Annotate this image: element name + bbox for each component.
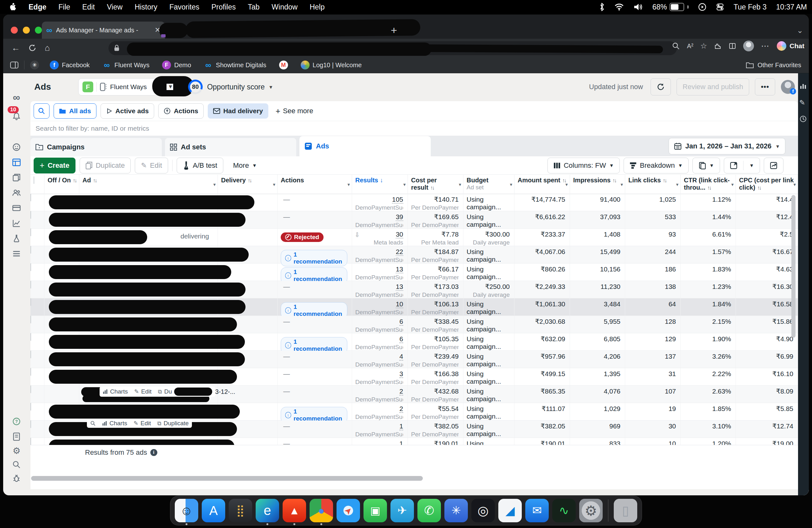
column-menu-caret[interactable]: ▾ xyxy=(676,182,679,187)
dock-icon-telegram[interactable]: ✈ xyxy=(390,499,414,522)
dock-icon-mail[interactable]: ✉ xyxy=(525,499,549,522)
column-header-cpc-cost-per-link-click[interactable]: CPC (cost per link click)↑↓▾ xyxy=(736,175,798,194)
bookmark-showtime-digitals[interactable]: ∞Showtime Digitals xyxy=(204,61,266,70)
row-checkbox[interactable] xyxy=(30,298,31,306)
search-filter-button[interactable] xyxy=(34,103,49,119)
column-menu-caret[interactable]: ▾ xyxy=(403,182,406,187)
sidebar-item-bug-icon[interactable] xyxy=(11,473,22,484)
off-on-toggle-cell[interactable] xyxy=(44,386,79,403)
column-menu-caret[interactable]: ▾ xyxy=(459,182,461,187)
opportunity-score-label[interactable]: Opportunity score xyxy=(207,83,265,91)
ad-name-cell[interactable] xyxy=(79,264,218,281)
column-header-link-clicks[interactable]: Link clicks↑↓▾ xyxy=(625,175,681,194)
ad-name-cell[interactable] xyxy=(79,316,218,333)
row-checkbox[interactable] xyxy=(30,194,31,201)
column-menu-caret[interactable]: ▾ xyxy=(731,182,734,187)
columns-button[interactable]: Columns: FW▼ xyxy=(548,158,620,174)
table-row[interactable]: ↑1 recommendation22DemoPaymentSuccess₹18… xyxy=(30,246,798,264)
other-favorites[interactable]: Other Favorites xyxy=(746,61,809,69)
sidebar-item-audiences-people-icon[interactable] xyxy=(11,187,22,199)
tab-ad-sets[interactable]: Ad sets xyxy=(165,138,296,156)
duplicate-button[interactable]: Duplicate xyxy=(79,158,131,174)
dock-icon-launchpad[interactable]: ⣿ xyxy=(229,499,252,522)
menubar-app-name[interactable]: Edge xyxy=(29,3,46,11)
select-all-checkbox[interactable] xyxy=(30,175,44,194)
bluetooth-icon[interactable] xyxy=(599,3,605,11)
column-header-impressions[interactable]: Impressions↑↓▾ xyxy=(570,175,625,194)
filter-chip-active-ads[interactable]: Active ads xyxy=(101,103,154,119)
see-more-filters-button[interactable]: + See more xyxy=(276,106,314,116)
sidebar-item-events-flask-icon[interactable] xyxy=(11,233,22,244)
hover-menu-item-edit[interactable]: ✎Edit xyxy=(134,388,151,395)
sort-icon[interactable]: ↑↓ xyxy=(663,178,666,184)
menubar-item-history[interactable]: History xyxy=(134,3,157,11)
menubar-item-help[interactable]: Help xyxy=(309,3,324,11)
ad-name-cell[interactable] xyxy=(79,438,218,445)
opportunity-score-gauge[interactable]: 80 xyxy=(188,79,203,94)
ad-name-cell[interactable] xyxy=(79,211,218,228)
table-row[interactable]: —4DemoPaymentSuccess₹239.49Per DemoPayme… xyxy=(30,351,798,368)
user-avatar[interactable]: f xyxy=(781,80,795,94)
insights-bars-icon[interactable] xyxy=(799,82,808,90)
sort-icon[interactable]: ↑↓ xyxy=(248,178,251,184)
menubar-item-profiles[interactable]: Profiles xyxy=(212,3,236,11)
dock-icon-tools[interactable]: ✳ xyxy=(444,499,468,522)
sidebar-item-support-smiley-icon[interactable] xyxy=(11,142,22,153)
menubar-item-file[interactable]: File xyxy=(58,3,70,11)
chevron-down-icon[interactable]: ▼ xyxy=(269,84,273,90)
dock-icon-activity[interactable]: ∿ xyxy=(552,499,576,522)
bookmark-gmail[interactable]: M xyxy=(279,61,288,70)
hover-menu-item-edit[interactable]: ✎Edit xyxy=(133,420,151,427)
hover-menu-item-charts[interactable]: Charts xyxy=(102,420,127,427)
sort-icon[interactable]: ↑↓ xyxy=(612,178,616,184)
edit-button[interactable]: ✎Edit xyxy=(135,158,168,174)
table-row[interactable]: ve↑1 recommendation13DemoPaymentSuccess₹… xyxy=(30,264,798,281)
favorite-star-icon[interactable]: ☆ xyxy=(700,42,707,50)
reports-button[interactable]: ▼ xyxy=(693,158,720,174)
row-checkbox[interactable] xyxy=(30,350,31,358)
close-window-button[interactable] xyxy=(11,27,18,34)
sort-icon[interactable]: ↑↓ xyxy=(707,185,711,191)
row-checkbox[interactable] xyxy=(30,211,31,219)
horizontal-scrollbar[interactable] xyxy=(31,476,423,481)
sidebar-item-search-icon[interactable] xyxy=(11,459,22,470)
row-checkbox[interactable] xyxy=(30,263,31,271)
column-header-budget[interactable]: BudgetAd set▾ xyxy=(463,175,514,194)
vertical-scrollbar[interactable] xyxy=(792,195,796,338)
sort-icon[interactable]: ↑↓ xyxy=(73,178,76,184)
bookmark-facebook[interactable]: fFacebook xyxy=(50,61,90,70)
row-hover-menu[interactable]: Charts✎Edit⧉Duplicate xyxy=(87,419,192,428)
sort-icon[interactable]: ↑↓ xyxy=(93,178,97,184)
ad-name-cell[interactable] xyxy=(79,281,218,298)
row-checkbox[interactable] xyxy=(30,385,31,393)
dock-icon-whatsapp[interactable]: ✆ xyxy=(417,499,441,522)
table-row[interactable]: h off—3DemoPaymentSuccess₹166.38Per Demo… xyxy=(30,368,798,386)
tab-search-chevron-icon[interactable]: ⌄ xyxy=(797,26,803,35)
ad-name-cell[interactable] xyxy=(79,368,218,385)
dock-icon-facetime[interactable]: ▣ xyxy=(363,499,387,522)
table-row[interactable]: —105DemoPaymentSuccess₹140.71Per DemoPay… xyxy=(30,194,798,211)
more-actions-button[interactable]: More▼ xyxy=(228,158,263,173)
column-menu-caret[interactable]: ▾ xyxy=(273,182,275,187)
search-filter-input[interactable]: Search to filter by: name, ID or metrics xyxy=(30,121,798,136)
menubar-item-favorites[interactable]: Favorites xyxy=(169,3,200,11)
sidebar-item-campaigns-table-icon[interactable] xyxy=(11,157,22,168)
split-screen-icon[interactable] xyxy=(728,42,736,50)
table-row[interactable]: ign off—6DemoPaymentSuccess₹338.45Per De… xyxy=(30,316,798,333)
volume-icon[interactable] xyxy=(634,3,643,11)
refresh-button[interactable] xyxy=(28,44,37,52)
tab-ads[interactable]: Ads xyxy=(300,136,431,156)
browser-tab[interactable]: ∞ Ads Manager - Manage ads - Ac ✕ xyxy=(42,21,165,39)
dock-icon-trash[interactable]: ▯ xyxy=(614,499,637,522)
dock-icon-chrome[interactable]: ● xyxy=(309,499,333,522)
edit-pencil-icon[interactable]: ✎ xyxy=(799,99,808,107)
row-checkbox[interactable] xyxy=(30,368,31,376)
row-checkbox[interactable] xyxy=(30,316,31,323)
copilot-chat-button[interactable]: Chat xyxy=(777,41,804,51)
column-menu-caret[interactable]: ▾ xyxy=(347,182,350,187)
breakdown-button[interactable]: Breakdown▼ xyxy=(624,158,688,174)
browser-profile-avatar[interactable] xyxy=(743,41,754,52)
ad-name-cell[interactable] xyxy=(79,298,218,316)
charts-button[interactable] xyxy=(764,158,783,174)
row-checkbox[interactable] xyxy=(30,281,31,289)
